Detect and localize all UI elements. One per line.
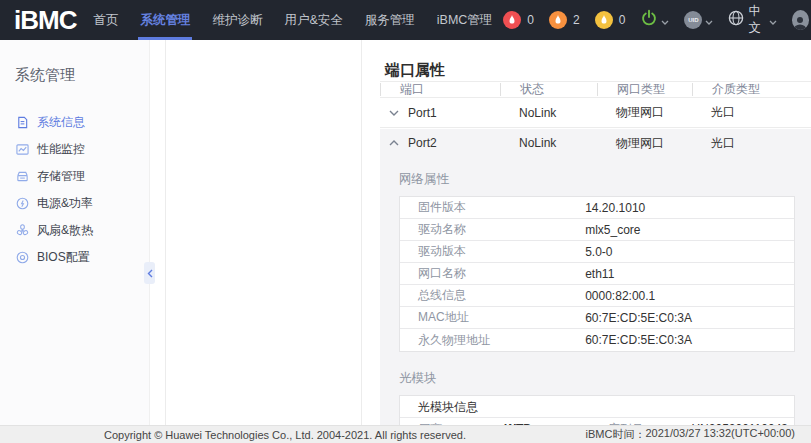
table-row-port2[interactable]: Port2 NoLink 物理网口 光口 — [380, 129, 811, 157]
ibmc-time-value: 2021/03/27 13:32(UTC+00:00) — [645, 427, 795, 442]
sidebar-item-bios-config[interactable]: BIOS配置 — [0, 244, 149, 271]
column-header-media-type: 介质类型 — [692, 83, 811, 96]
media-type: 光口 — [692, 104, 811, 121]
language-dropdown[interactable]: 中文 — [728, 3, 776, 37]
sidebar-item-label: 电源&功率 — [37, 195, 93, 212]
collapse-chevron-up-icon[interactable] — [389, 140, 400, 146]
optical-module-table: 光模块信息 厂商 WTD 序列号 HN205200110043 — [399, 395, 795, 425]
language-label: 中文 — [748, 3, 765, 37]
table-row: 总线信息 0000:82:00.1 — [400, 285, 794, 307]
sidebar-item-power[interactable]: 电源&功率 — [0, 190, 149, 217]
page-footer: Copyright © Huawei Technologies Co., Ltd… — [0, 425, 811, 443]
table-row: 永久物理地址 60:7E:CD:5E:C0:3A — [400, 329, 794, 351]
sidebar-item-label: 系统信息 — [37, 114, 85, 131]
chevron-down-icon — [661, 11, 669, 29]
port-type: 物理网口 — [597, 135, 692, 152]
nav-item-system-management[interactable]: 系统管理 — [129, 0, 201, 40]
major-alarm-button[interactable]: 2 — [549, 11, 580, 29]
sidebar-item-label: 性能监控 — [37, 141, 85, 158]
uid-dropdown[interactable]: UID — [684, 11, 713, 29]
port-properties-panel: 端口属性 端口 状态 网口类型 介质类型 Port1 NoLink 物理网口 光… — [363, 40, 811, 425]
sidebar-item-storage-management[interactable]: 存储管理 — [0, 163, 149, 190]
table-row: 厂商 WTD 序列号 HN205200110043 — [400, 418, 794, 425]
storage-icon — [15, 170, 29, 184]
port-name: Port2 — [408, 136, 437, 150]
minor-flame-icon — [595, 11, 613, 29]
uid-icon: UID — [684, 11, 702, 29]
copyright-text: Copyright © Huawei Technologies Co., Ltd… — [104, 429, 466, 441]
port-name: Port1 — [408, 106, 437, 120]
sidebar-item-label: 存储管理 — [37, 168, 85, 185]
sidebar-item-label: BIOS配置 — [37, 249, 90, 266]
port2-expanded-section: Port2 NoLink 物理网口 光口 网络属性 固件版本 14.20.101… — [380, 129, 811, 425]
sidebar-item-label: 风扇&散热 — [37, 222, 93, 239]
column-header-port-type: 网口类型 — [597, 83, 692, 96]
port-table: 端口 状态 网口类型 介质类型 Port1 NoLink 物理网口 光口 — [380, 81, 811, 128]
optical-module-info-header: 光模块信息 — [400, 396, 794, 418]
table-row: MAC地址 60:7E:CD:5E:C0:3A — [400, 307, 794, 329]
nav-item-user-security[interactable]: 用户&安全 — [273, 0, 353, 40]
media-type: 光口 — [692, 135, 811, 152]
sidebar-item-performance-monitoring[interactable]: 性能监控 — [0, 136, 149, 163]
port-status: NoLink — [500, 136, 597, 150]
prop-value: eth11 — [585, 267, 614, 281]
nav-item-service-management[interactable]: 服务管理 — [354, 0, 426, 40]
optical-module-section-title: 光模块 — [399, 370, 795, 387]
table-row: 驱动名称 mlx5_core — [400, 219, 794, 241]
globe-icon — [728, 10, 744, 30]
prop-label: 驱动版本 — [400, 243, 585, 260]
sidebar-item-fans-cooling[interactable]: 风扇&散热 — [0, 217, 149, 244]
ibmc-time-label: iBMC时间： — [586, 427, 646, 442]
sidebar-menu: 系统信息 性能监控 存储管理 电源&功率 — [0, 109, 149, 271]
top-navbar: iBMC 首页 系统管理 维护诊断 用户&安全 服务管理 iBMC管理 0 2 — [0, 0, 811, 40]
document-icon — [15, 116, 29, 130]
prop-value: 60:7E:CD:5E:C0:3A — [585, 333, 692, 347]
ibmc-logo: iBMC — [14, 0, 76, 40]
port-status: NoLink — [500, 106, 597, 120]
nav-item-home[interactable]: 首页 — [82, 0, 129, 40]
main-nav: 首页 系统管理 维护诊断 用户&安全 服务管理 iBMC管理 — [82, 0, 503, 40]
prop-label: MAC地址 — [400, 309, 585, 326]
chart-icon — [15, 143, 29, 157]
port2-details: 网络属性 固件版本 14.20.1010 驱动名称 mlx5_core 驱动版本… — [380, 171, 811, 425]
port-table-header: 端口 状态 网口类型 介质类型 — [380, 81, 811, 98]
prop-label: 驱动名称 — [400, 221, 585, 238]
critical-alarm-button[interactable]: 0 — [503, 11, 534, 29]
nav-item-maintenance-diagnostics[interactable]: 维护诊断 — [201, 0, 273, 40]
page-title: 端口属性 — [385, 61, 445, 80]
minor-alarm-button[interactable]: 0 — [595, 11, 626, 29]
navbar-right-tools: 0 2 0 — [503, 3, 811, 37]
major-alarm-count: 2 — [573, 13, 580, 27]
nav-item-ibmc-management[interactable]: iBMC管理 — [426, 0, 504, 40]
power-meter-icon — [15, 197, 29, 211]
chevron-down-icon — [705, 11, 713, 29]
prop-label: 永久物理地址 — [400, 332, 585, 349]
sidebar-collapse-button[interactable] — [144, 262, 155, 284]
prop-value: 60:7E:CD:5E:C0:3A — [585, 311, 692, 325]
prop-value: 5.0-0 — [585, 245, 612, 259]
minor-alarm-count: 0 — [619, 13, 626, 27]
column-header-status: 状态 — [500, 83, 597, 96]
sidebar-item-system-info[interactable]: 系统信息 — [0, 109, 149, 136]
network-properties-section-title: 网络属性 — [399, 171, 795, 188]
power-control-dropdown[interactable] — [640, 9, 669, 31]
bios-icon — [15, 251, 29, 265]
prop-label: 网口名称 — [400, 265, 585, 282]
fan-icon — [15, 224, 29, 238]
user-avatar[interactable] — [792, 10, 809, 30]
critical-flame-icon — [503, 11, 521, 29]
content-list-panel — [165, 40, 362, 425]
prop-label: 固件版本 — [400, 199, 585, 216]
ibmc-page: iBMC 首页 系统管理 维护诊断 用户&安全 服务管理 iBMC管理 0 2 — [0, 0, 811, 443]
ibmc-time: iBMC时间： 2021/03/27 13:32(UTC+00:00) — [586, 427, 795, 442]
major-flame-icon — [549, 11, 567, 29]
table-row: 网口名称 eth11 — [400, 263, 794, 285]
network-properties-table: 固件版本 14.20.1010 驱动名称 mlx5_core 驱动版本 5.0-… — [399, 196, 795, 352]
prop-value: 14.20.1010 — [585, 201, 645, 215]
critical-alarm-count: 0 — [527, 13, 534, 27]
port-type: 物理网口 — [597, 104, 692, 121]
prop-value: 0000:82:00.1 — [585, 289, 655, 303]
expand-chevron-down-icon[interactable] — [389, 110, 400, 116]
table-row-port1[interactable]: Port1 NoLink 物理网口 光口 — [380, 98, 811, 128]
table-row: 固件版本 14.20.1010 — [400, 197, 794, 219]
